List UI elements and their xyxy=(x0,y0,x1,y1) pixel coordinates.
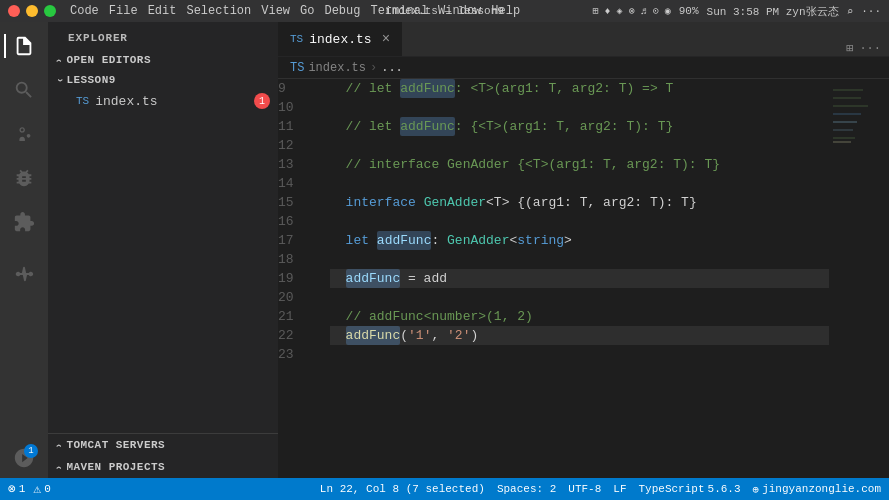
remote-badge: 1 xyxy=(24,444,38,458)
maven-projects-section[interactable]: › MAVEN PROJECTS xyxy=(48,456,278,478)
file-index-ts[interactable]: TS index.ts 1 xyxy=(48,90,278,112)
menu-selection[interactable]: Selection xyxy=(186,4,251,18)
split-editor-icon[interactable]: ⊞ xyxy=(846,41,853,56)
code-line-20 xyxy=(330,288,829,307)
svg-rect-0 xyxy=(833,89,863,91)
minimap xyxy=(829,79,889,478)
warning-count[interactable]: ⚠ 0 xyxy=(33,481,50,497)
status-left: ⊗ 1 ⚠ 0 xyxy=(8,481,51,497)
activity-debug[interactable] xyxy=(4,158,44,198)
lesson9-header[interactable]: › LESSON9 xyxy=(48,70,278,90)
code-line-17: let addFunc: GenAdder<string> xyxy=(330,231,829,250)
line-ending[interactable]: LF xyxy=(613,483,626,495)
tab-index-ts[interactable]: TS index.ts × xyxy=(278,22,402,56)
code-line-14 xyxy=(330,174,829,193)
svg-rect-8 xyxy=(833,121,857,123)
branch-text: jingyanzonglie.com xyxy=(762,483,881,495)
svg-rect-10 xyxy=(833,129,853,131)
tab-filename: index.ts xyxy=(309,32,371,47)
code-line-18 xyxy=(330,250,829,269)
titlebar: Code File Edit Selection View Go Debug T… xyxy=(0,0,889,22)
svg-rect-12 xyxy=(833,137,855,139)
branch-icon: ⊕ xyxy=(753,483,760,496)
tomcat-chevron: › xyxy=(54,442,65,448)
spaces-text: Spaces: 2 xyxy=(497,483,556,495)
code-line-9: // let addFunc: <T>(arg1: T, arg2: T) =>… xyxy=(330,79,829,98)
more-actions-icon[interactable]: ··· xyxy=(859,42,881,56)
svg-rect-4 xyxy=(833,105,868,107)
activity-test[interactable] xyxy=(4,254,44,294)
menu-view[interactable]: View xyxy=(261,4,290,18)
breadcrumb-dots[interactable]: ... xyxy=(381,61,403,75)
warning-icon: ⚠ xyxy=(33,481,41,497)
activity-remote[interactable]: 1 xyxy=(4,438,44,478)
activity-extensions[interactable] xyxy=(4,202,44,242)
minimize-button[interactable] xyxy=(26,5,38,17)
open-editors-header[interactable]: › OPEN EDITORS xyxy=(48,50,278,70)
maximize-button[interactable] xyxy=(44,5,56,17)
menu-go[interactable]: Go xyxy=(300,4,314,18)
remote-branch[interactable]: ⊕ jingyanzonglie.com xyxy=(753,483,881,496)
tab-bar: TS index.ts × ⊞ ··· xyxy=(278,22,889,57)
language-mode[interactable]: TypeScript 5.6.3 xyxy=(639,483,741,495)
menu-code[interactable]: Code xyxy=(70,4,99,18)
code-line-11: // let addFunc: {<T>(arg1: T, arg2: T): … xyxy=(330,117,829,136)
window-title: index.ts — lesson9 xyxy=(385,5,504,17)
code-line-23 xyxy=(330,345,829,364)
main-layout: 1 EXPLORER › OPEN EDITORS › LESSON9 TS i… xyxy=(0,22,889,478)
code-line-15: interface GenAdder<T> {(arg1: T, arg2: T… xyxy=(330,193,829,212)
filename-index-ts: index.ts xyxy=(95,94,157,109)
battery-status: 90% xyxy=(679,5,699,17)
editor-area: TS index.ts × ⊞ ··· TS index.ts › ... 91… xyxy=(278,22,889,478)
indentation[interactable]: Spaces: 2 xyxy=(497,483,556,495)
menu-file[interactable]: File xyxy=(109,4,138,18)
encoding[interactable]: UTF-8 xyxy=(568,483,601,495)
activity-search[interactable] xyxy=(4,70,44,110)
tab-ts-icon: TS xyxy=(290,33,303,45)
svg-rect-6 xyxy=(833,113,861,115)
menu-debug[interactable]: Debug xyxy=(324,4,360,18)
error-icon: ⊗ xyxy=(8,481,16,497)
language-version: 5.6.3 xyxy=(708,483,741,495)
breadcrumb-filename[interactable]: index.ts xyxy=(308,61,366,75)
activity-source-control[interactable] xyxy=(4,114,44,154)
code-area[interactable]: // let addFunc: <T>(arg1: T, arg2: T) =>… xyxy=(322,79,829,478)
system-icons: ⊞ ♦ ◈ ⊗ ♬ ⊙ ◉ xyxy=(593,5,671,17)
breadcrumb-separator: › xyxy=(370,61,377,75)
warning-number: 0 xyxy=(44,483,51,495)
menu-edit[interactable]: Edit xyxy=(148,4,177,18)
code-line-21: // addFunc<number>(1, 2) xyxy=(330,307,829,326)
search-icon[interactable]: ⌕ xyxy=(847,5,854,18)
tab-bar-actions: ⊞ ··· xyxy=(846,41,889,56)
open-editors-section: › OPEN EDITORS xyxy=(48,50,278,70)
lesson9-section: › LESSON9 TS index.ts 1 xyxy=(48,70,278,112)
close-button[interactable] xyxy=(8,5,20,17)
editor-content[interactable]: 91011121314151617181920212223 // let add… xyxy=(278,79,889,478)
cursor-position[interactable]: Ln 22, Col 8 (7 selected) xyxy=(320,483,485,495)
code-line-16 xyxy=(330,212,829,231)
open-editors-label: OPEN EDITORS xyxy=(66,54,151,66)
more-icon[interactable]: ··· xyxy=(861,5,881,17)
line-numbers: 91011121314151617181920212223 xyxy=(278,79,322,478)
breadcrumb-file[interactable]: TS xyxy=(290,61,304,75)
svg-rect-13 xyxy=(833,141,851,143)
titlebar-right: ⊞ ♦ ◈ ⊗ ♬ ⊙ ◉ 90% Sun 3:58 PM zyn张云态 ⌕ ·… xyxy=(593,4,881,19)
typescript-file-icon: TS xyxy=(76,95,89,107)
error-badge: 1 xyxy=(254,93,270,109)
error-count[interactable]: ⊗ 1 xyxy=(8,481,25,497)
tab-close-button[interactable]: × xyxy=(382,31,390,47)
code-line-22: addFunc('1', '2') xyxy=(330,326,829,345)
datetime: Sun 3:58 PM zyn张云态 xyxy=(707,4,839,19)
position-text: Ln 22, Col 8 (7 selected) xyxy=(320,483,485,495)
tomcat-label: TOMCAT SERVERS xyxy=(66,439,165,451)
activity-explorer[interactable] xyxy=(4,26,44,66)
code-line-13: // interface GenAdder {<T>(arg1: T, arg2… xyxy=(330,155,829,174)
sidebar: EXPLORER › OPEN EDITORS › LESSON9 TS ind… xyxy=(48,22,278,478)
activity-bar: 1 xyxy=(0,22,48,478)
lesson9-label: LESSON9 xyxy=(66,74,115,86)
tomcat-servers-section[interactable]: › TOMCAT SERVERS xyxy=(48,434,278,456)
maven-chevron: › xyxy=(54,464,65,470)
lesson9-chevron: › xyxy=(54,77,65,83)
language-text: TypeScript xyxy=(639,483,705,495)
sidebar-header: EXPLORER xyxy=(48,22,278,50)
